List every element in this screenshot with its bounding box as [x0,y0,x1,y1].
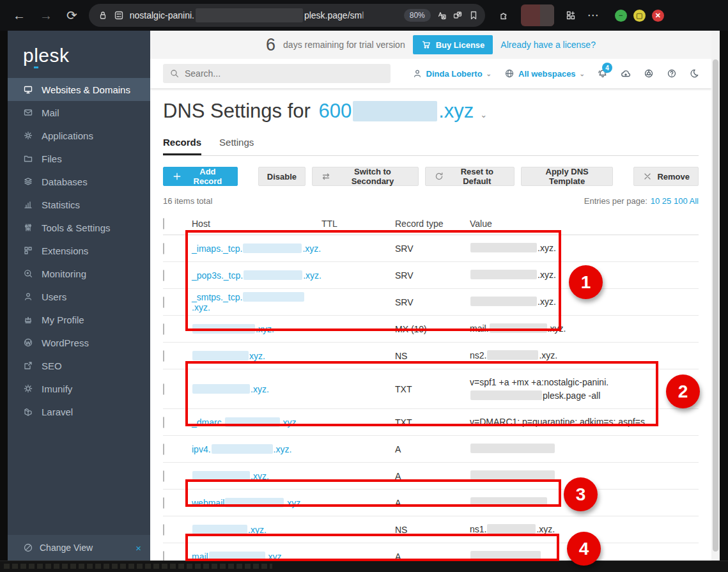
row-checkbox[interactable] [163,350,164,362]
help-button[interactable] [667,68,677,79]
reset-to-default-button[interactable]: Reset to Default [425,167,515,186]
entries-option-10[interactable]: 10 [651,196,660,206]
window-edge-left [0,31,8,560]
zoom-level-badge[interactable]: 80% [404,9,431,22]
sidebar-item-statistics[interactable]: Statistics [8,193,150,216]
search-box[interactable] [163,64,391,83]
tab-overview-icon[interactable] [453,10,463,20]
value-cell: .xyz. [470,265,681,285]
apps-grid-icon[interactable] [566,10,576,20]
sidebar-item-mail[interactable]: Mail [8,101,150,124]
tab-records[interactable]: Records [163,137,201,155]
change-view-button[interactable]: Change View × [8,535,150,560]
tab-settings[interactable]: Settings [219,137,254,155]
page-scrollbar[interactable] [711,31,720,560]
redacted-value [192,351,249,360]
window-maximize-button[interactable]: ▢ [633,10,646,22]
sidebar-item-imunify[interactable]: Imunify [8,377,150,400]
sidebar-item-files[interactable]: Files [8,147,150,170]
row-checkbox[interactable] [163,444,164,455]
host-link[interactable]: .xyz. [274,444,292,454]
user-menu[interactable]: Dinda Loberto ⌄ [412,68,492,79]
sidebar-item-wordpress[interactable]: WordPress [8,331,150,354]
row-checkbox[interactable] [163,524,164,536]
row-checkbox[interactable] [163,383,164,395]
host-link[interactable]: _imaps._tcp. [192,243,242,254]
sidebar-item-my-profile[interactable]: My Profile [8,308,150,331]
host-link[interactable]: _pop3s._tcp. [192,270,243,281]
browser-forward-button[interactable]: → [40,8,52,23]
host-link[interactable]: mail [192,552,208,561]
sidebar-item-applications[interactable]: Applications [8,124,150,147]
row-checkbox[interactable] [163,417,164,428]
row-checkbox[interactable] [163,497,164,509]
host-link[interactable]: .xyz. [248,525,267,535]
browser-menu-icon[interactable]: ⋯ [587,8,600,22]
apply-dns-template-button[interactable]: Apply DNS Template [521,167,614,186]
address-bar[interactable]: nostalgic-panini. plesk.page/sm l 80% [89,4,485,27]
host-link[interactable]: xyz. [249,351,265,361]
already-have-license-link[interactable]: Already have a license? [500,40,596,50]
buy-license-button[interactable]: Buy License [413,35,493,54]
host-link[interactable]: .xyz. [192,302,210,313]
select-all-checkbox[interactable] [163,218,164,229]
sidebar-item-databases[interactable]: Databases [8,170,150,193]
row-checkbox[interactable] [163,551,164,561]
bookmark-icon[interactable] [469,10,479,20]
remove-button[interactable]: Remove [633,167,699,186]
backup-cloud-button[interactable] [621,68,631,79]
entries-option-all[interactable]: All [690,196,699,206]
change-view-close-icon[interactable]: × [136,543,141,553]
host-link[interactable]: .xyz. [251,471,269,481]
host-link[interactable]: .xyz. [256,324,274,334]
host-link[interactable]: .xyz. [281,417,299,428]
extensions-puzzle-icon[interactable] [499,10,509,20]
scrollbar-thumb[interactable] [713,59,718,552]
redacted-value [192,324,255,334]
sidebar-item-monitoring[interactable]: Monitoring [8,262,150,285]
sidebar-item-users[interactable]: Users [8,285,150,308]
row-checkbox[interactable] [163,323,164,335]
host-link[interactable]: .xyz. [266,552,284,561]
host-link[interactable]: .xyz. [302,243,321,254]
window-close-button[interactable]: ✕ [652,10,664,22]
browser-profile-avatar[interactable] [521,4,554,26]
window-minimize-button[interactable]: − [615,10,627,22]
row-checkbox[interactable] [163,243,164,254]
sidebar-item-extensions[interactable]: Extensions [8,239,150,262]
add-record-button[interactable]: Add Record [163,167,238,186]
search-input[interactable] [185,68,384,79]
sidebar-nav: Websites & DomainsMailApplicationsFilesD… [8,78,150,423]
person-icon [23,291,34,302]
disable-button[interactable]: Disable [258,167,306,186]
plesk-logo[interactable]: plesk [8,31,150,78]
entries-option-25[interactable]: 25 [662,196,671,206]
host-link[interactable]: _smtps._tcp. [192,292,242,302]
dark-mode-toggle[interactable] [690,68,700,79]
value-cell [470,546,681,560]
browser-reload-button[interactable]: ⟳ [66,8,77,23]
host-link[interactable]: _dmarc. [192,417,224,428]
webspaces-menu[interactable]: All webspaces ⌄ [504,68,585,79]
notifications-button[interactable]: 4 [598,68,608,79]
sidebar-item-label: Statistics [42,199,80,210]
site-info-icon[interactable] [114,10,124,20]
domain-chevron-icon[interactable]: ⌄ [480,110,487,120]
row-checkbox[interactable] [163,470,164,482]
plesk360-button[interactable] [644,68,654,79]
host-link[interactable]: .xyz. [251,384,269,394]
sidebar-item-tools-settings[interactable]: Tools & Settings [8,216,150,239]
row-checkbox[interactable] [163,297,164,308]
entries-option-100[interactable]: 100 [674,196,688,206]
host-link[interactable]: .xyz. [303,270,321,281]
host-link[interactable]: webmail [192,498,224,508]
host-link[interactable]: ipv4. [192,444,211,454]
switch-to-secondary-button[interactable]: Switch to Secondary [312,167,419,186]
translate-icon[interactable] [437,10,447,20]
sidebar-item-websites-domains[interactable]: Websites & Domains [8,78,150,101]
browser-back-button[interactable]: ← [13,8,26,23]
host-link[interactable]: .xyz. [284,498,303,508]
sidebar-item-laravel[interactable]: Laravel [8,400,150,423]
row-checkbox[interactable] [163,270,164,281]
sidebar-item-seo[interactable]: SEO [8,354,150,377]
